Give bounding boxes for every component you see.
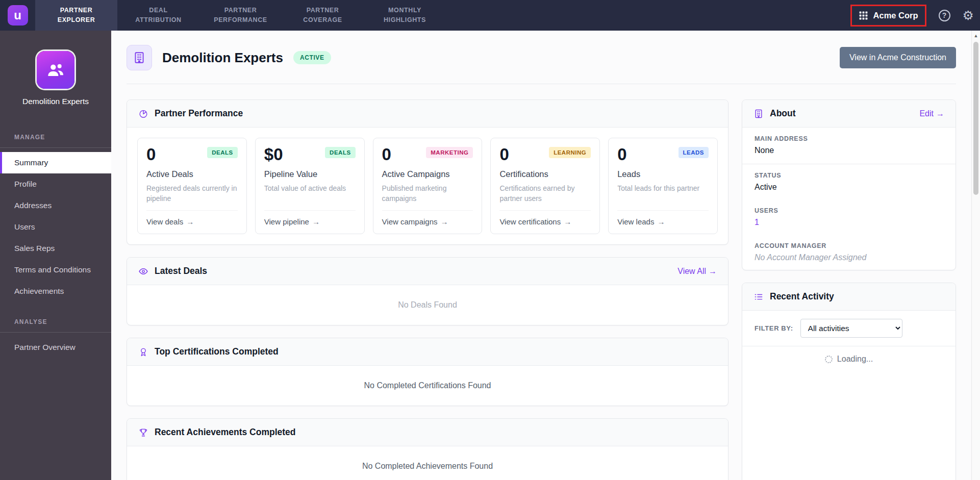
loading-text: Loading... [837, 355, 873, 364]
stat-tiles: 0 Deals Active Deals Registered deals cu… [127, 128, 728, 244]
about-header: About Edit→ [742, 100, 956, 128]
view-certifications-link[interactable]: View certifications→ [499, 210, 591, 226]
partner-building-icon [127, 45, 152, 70]
settings-gear-icon[interactable]: ⚙ [963, 9, 974, 22]
tab-partner-coverage[interactable]: Partner Coverage [282, 0, 364, 31]
page-title: Demolition Experts [162, 50, 283, 66]
view-in-acme-construction-button[interactable]: View in Acme Construction [840, 47, 956, 68]
stat-description: Registered deals currently in pipeline [146, 184, 238, 204]
sidebar-item-profile[interactable]: Profile [0, 173, 111, 195]
vertical-scrollbar[interactable]: ▲ [971, 31, 980, 480]
view-leads-link[interactable]: View leads→ [617, 210, 709, 226]
stat-tile-certifications: 0 Learning Certifications Certifications… [490, 138, 600, 234]
stat-label: Leads [617, 169, 709, 179]
stat-description: Total leads for this partner [617, 184, 709, 204]
eye-icon [138, 266, 148, 276]
view-campaigns-link[interactable]: View campaigns→ [382, 210, 473, 226]
view-pipeline-link[interactable]: View pipeline→ [264, 210, 356, 226]
navbar-right-actions: Acme Corp ? ⚙ [850, 0, 980, 31]
tab-deal-attribution[interactable]: Deal Attribution [117, 0, 199, 31]
about-users-row: Users 1 [742, 199, 956, 235]
tab-monthly-highlights[interactable]: Monthly Highlights [364, 0, 446, 31]
org-switcher-button[interactable]: Acme Corp [852, 6, 925, 25]
side-column: About Edit→ Main Address None Status Act… [742, 99, 956, 480]
tab-partner-performance[interactable]: Partner Performance [199, 0, 282, 31]
field-value: No Account Manager Assigned [755, 253, 943, 262]
field-label: Main Address [755, 135, 943, 142]
about-card: About Edit→ Main Address None Status Act… [742, 99, 956, 270]
app-logo[interactable]: u [0, 0, 35, 31]
partner-performance-header: Partner Performance [127, 100, 728, 128]
arrow-right-icon: → [312, 217, 320, 226]
view-deals-link[interactable]: View deals→ [146, 210, 238, 226]
field-label: Status [755, 172, 943, 179]
stat-tile-active-deals: 0 Deals Active Deals Registered deals cu… [137, 138, 247, 234]
latest-deals-card: Latest Deals View All→ No Deals Found [127, 257, 728, 325]
stat-value: $0 [264, 146, 283, 164]
filter-by-label: Filter by: [755, 324, 793, 332]
sidebar-item-summary[interactable]: Summary [0, 152, 111, 173]
status-badge: Active [293, 51, 331, 64]
recent-activity-card: Recent Activity Filter by: All activitie… [742, 283, 956, 480]
scroll-up-arrow[interactable]: ▲ [972, 31, 980, 41]
arrow-right-icon: → [186, 217, 194, 226]
stat-category-badge: Marketing [426, 147, 473, 158]
scrollbar-thumb[interactable] [973, 42, 978, 195]
recent-achievements-header: Recent Achievements Completed [127, 419, 728, 446]
sidebar-item-achievements[interactable]: Achievements [0, 281, 111, 302]
main-column: Partner Performance 0 Deals Active Deals… [127, 99, 728, 480]
tab-partner-explorer[interactable]: Partner Explorer [35, 0, 117, 31]
help-icon[interactable]: ? [939, 10, 950, 21]
view-all-link[interactable]: View All→ [677, 267, 717, 276]
recent-achievements-card: Recent Achievements Completed No Complet… [127, 418, 728, 480]
top-certifications-header: Top Certifications Completed [127, 338, 728, 366]
sidebar-item-partner-overview[interactable]: Partner Overview [0, 337, 111, 358]
loading-indicator: Loading... [825, 355, 873, 364]
stat-label: Certifications [499, 169, 591, 179]
arrow-right-icon: → [564, 217, 571, 226]
sidebar-item-addresses[interactable]: Addresses [0, 195, 111, 216]
arrow-right-icon: → [441, 217, 448, 226]
sidebar-partner-block: Demolition Experts [0, 31, 111, 117]
edit-about-link[interactable]: Edit→ [919, 109, 944, 118]
partner-performance-card: Partner Performance 0 Deals Active Deals… [127, 99, 728, 245]
stat-category-badge: Learning [549, 147, 591, 158]
org-switcher-label: Acme Corp [873, 11, 918, 20]
sidebar-item-users[interactable]: Users [0, 216, 111, 238]
stat-label: Pipeline Value [264, 169, 356, 179]
no-certifications-found-text: No Completed Certifications Found [127, 366, 728, 406]
sidebar-item-terms-and-conditions[interactable]: Terms and Conditions [0, 259, 111, 281]
field-label: Account Manager [755, 242, 943, 249]
stat-value: 0 [617, 146, 626, 164]
activity-list-icon [753, 292, 764, 302]
card-title: Top Certifications Completed [155, 346, 279, 357]
stat-tile-pipeline-value: $0 Deals Pipeline Value Total value of a… [255, 138, 365, 234]
top-certifications-card: Top Certifications Completed No Complete… [127, 338, 728, 406]
stat-category-badge: Leads [679, 147, 709, 158]
about-users-value-link[interactable]: 1 [755, 218, 943, 227]
stat-value: 0 [382, 146, 391, 164]
building-icon [753, 109, 764, 119]
spinner-icon [825, 356, 833, 363]
card-title: Partner Performance [155, 108, 243, 119]
sidebar-section-title: Analyse [0, 311, 111, 333]
activity-filter-select[interactable]: All activities [800, 319, 902, 338]
stat-label: Active Deals [146, 169, 238, 179]
no-deals-found-text: No Deals Found [127, 285, 728, 325]
pie-chart-icon [138, 109, 148, 119]
stat-description: Certifications earned by partner users [499, 184, 591, 204]
stat-label: Active Campaigns [382, 169, 473, 179]
sidebar-section-title: Manage [0, 127, 111, 148]
partner-avatar [37, 51, 74, 89]
trophy-icon [138, 427, 148, 438]
card-title: About [770, 108, 796, 119]
arrow-right-icon: → [657, 217, 665, 226]
sidebar-section-manage: Manage Summary Profile Addresses Users S… [0, 127, 111, 302]
annotation-highlight: Acme Corp [850, 5, 926, 27]
sidebar-item-sales-reps[interactable]: Sales Reps [0, 238, 111, 259]
stat-tile-active-campaigns: 0 Marketing Active Campaigns Published m… [373, 138, 483, 234]
card-title: Latest Deals [155, 266, 207, 276]
recent-activity-header: Recent Activity [742, 283, 956, 311]
arrow-right-icon: → [709, 267, 717, 275]
sidebar-partner-name: Demolition Experts [0, 97, 111, 106]
